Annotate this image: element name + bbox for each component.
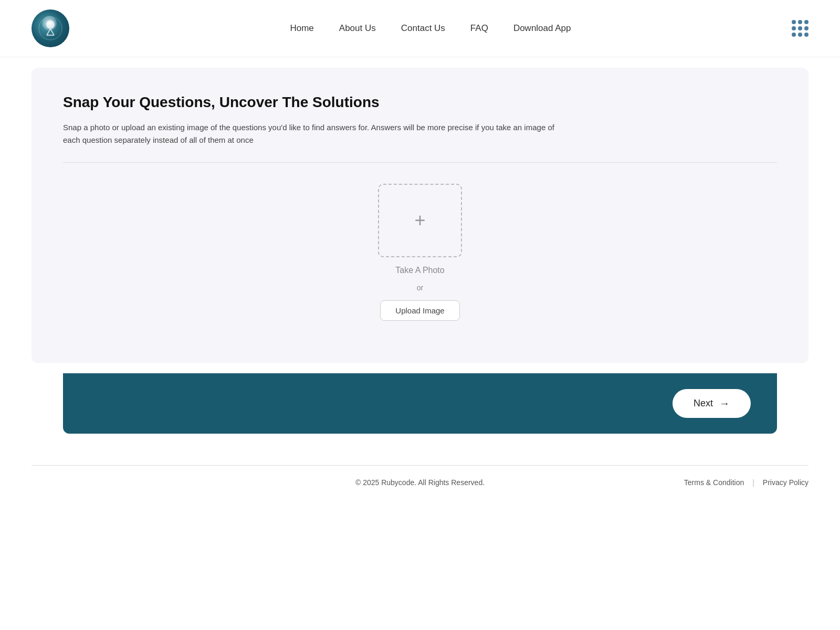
take-photo-box[interactable]: +	[378, 184, 462, 257]
nav-about[interactable]: About Us	[339, 23, 376, 34]
footer-divider	[32, 465, 808, 466]
privacy-link[interactable]: Privacy Policy	[763, 478, 808, 487]
svg-point-1	[46, 20, 55, 29]
plus-icon: +	[414, 211, 425, 230]
logo-area	[32, 9, 69, 47]
footer-copyright: © 2025 Rubycode. All Rights Reserved.	[355, 478, 485, 487]
arrow-right-icon: →	[719, 397, 730, 410]
nav-download[interactable]: Download App	[513, 23, 571, 34]
grid-dot	[804, 26, 808, 30]
footer: © 2025 Rubycode. All Rights Reserved. Te…	[0, 465, 840, 508]
terms-link[interactable]: Terms & Condition	[684, 478, 744, 487]
nav-contact[interactable]: Contact Us	[401, 23, 445, 34]
grid-dot	[798, 20, 802, 24]
nav-home[interactable]: Home	[290, 23, 313, 34]
grid-dot	[804, 33, 808, 37]
footer-links: Terms & Condition | Privacy Policy	[684, 478, 808, 487]
footer-separator: |	[752, 478, 754, 487]
page-title: Snap Your Questions, Uncover The Solutio…	[63, 94, 777, 111]
next-label: Next	[694, 398, 713, 409]
bottom-action-bar: Next →	[63, 373, 777, 434]
svg-point-0	[39, 17, 62, 40]
svg-line-3	[50, 29, 54, 35]
grid-dot	[792, 20, 796, 24]
grid-dot	[792, 33, 796, 37]
take-photo-label: Take A Photo	[395, 266, 444, 275]
grid-menu-icon[interactable]	[792, 20, 808, 37]
grid-dot	[798, 26, 802, 30]
grid-dot	[798, 33, 802, 37]
nav-faq[interactable]: FAQ	[470, 23, 488, 34]
logo-icon	[32, 9, 69, 47]
or-separator: or	[417, 284, 423, 292]
main-nav: Home About Us Contact Us FAQ Download Ap…	[290, 23, 571, 34]
upload-image-button[interactable]: Upload Image	[380, 300, 459, 321]
svg-line-2	[47, 29, 50, 35]
grid-dot	[792, 26, 796, 30]
grid-dot	[804, 20, 808, 24]
next-button[interactable]: Next →	[673, 389, 751, 418]
section-divider	[63, 162, 777, 163]
content-card: Snap Your Questions, Uncover The Solutio…	[32, 68, 808, 363]
upload-area: + Take A Photo or Upload Image	[63, 184, 777, 321]
page-description: Snap a photo or upload an existing image…	[63, 121, 562, 146]
